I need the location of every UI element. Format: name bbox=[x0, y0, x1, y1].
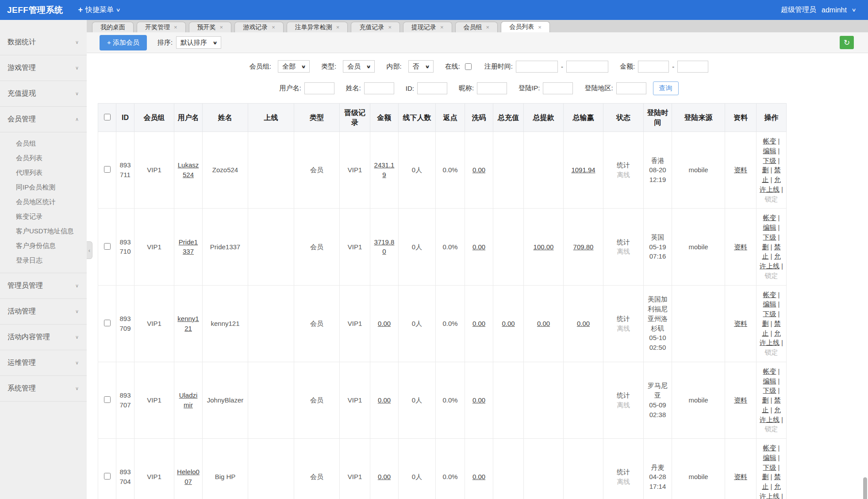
withdraw-link[interactable]: 0.00 bbox=[537, 320, 550, 327]
close-icon[interactable]: × bbox=[440, 24, 444, 30]
op-link-1[interactable]: 编辑 bbox=[763, 454, 776, 461]
op-link-2[interactable]: 下级 bbox=[763, 233, 776, 241]
wash-link[interactable]: 0.00 bbox=[472, 166, 485, 174]
tab-6[interactable]: 提现记录× bbox=[403, 22, 452, 32]
wash-link[interactable]: 0.00 bbox=[472, 243, 485, 251]
row-checkbox[interactable] bbox=[104, 396, 111, 403]
amount-link[interactable]: 2431.19 bbox=[374, 161, 395, 178]
ip-filter-input[interactable] bbox=[543, 82, 573, 94]
profile-link[interactable]: 资料 bbox=[734, 396, 747, 404]
profile-link[interactable]: 资料 bbox=[734, 166, 747, 174]
select-all-checkbox[interactable] bbox=[104, 114, 111, 120]
username-link[interactable]: Lukasz524 bbox=[178, 161, 199, 178]
sidebar-item-8[interactable]: 系统管理∨ bbox=[0, 376, 87, 402]
tab-4[interactable]: 注单异常检测× bbox=[287, 22, 348, 32]
username-filter-input[interactable] bbox=[304, 82, 334, 94]
amount-to-input[interactable] bbox=[677, 61, 708, 73]
sort-select[interactable]: 默认排序 ∨ bbox=[176, 36, 221, 49]
sidebar-item-1[interactable]: 游戏管理∨ bbox=[0, 55, 87, 81]
op-link-0[interactable]: 帐变 bbox=[763, 367, 776, 375]
username-link[interactable]: Pride1337 bbox=[179, 238, 198, 255]
area-filter-input[interactable] bbox=[616, 82, 646, 94]
sidebar-subitem[interactable]: 会员地区统计 bbox=[0, 194, 87, 209]
tab-1[interactable]: 开奖管理× bbox=[137, 22, 186, 32]
sidebar-item-0[interactable]: 数据统计∨ bbox=[0, 30, 87, 55]
tab-7[interactable]: 会员组× bbox=[455, 22, 498, 32]
online-filter-checkbox[interactable] bbox=[465, 63, 472, 70]
username-link[interactable]: kenny121 bbox=[177, 315, 199, 332]
user-menu[interactable]: 超级管理员 adminht ∨ bbox=[781, 5, 856, 15]
recharge-link[interactable]: 0.00 bbox=[502, 320, 515, 327]
op-link-3[interactable]: 删 bbox=[762, 396, 768, 404]
amount-link[interactable]: 0.00 bbox=[378, 320, 391, 327]
winloss-link[interactable]: 0.00 bbox=[577, 320, 590, 327]
sidebar-item-6[interactable]: 活动内容管理∨ bbox=[0, 325, 87, 350]
close-icon[interactable]: × bbox=[336, 24, 340, 30]
op-link-2[interactable]: 下级 bbox=[763, 310, 776, 317]
profile-link[interactable]: 资料 bbox=[734, 320, 747, 327]
sidebar-item-7[interactable]: 运维管理∨ bbox=[0, 350, 87, 376]
regtime-from-input[interactable] bbox=[516, 61, 558, 73]
sidebar-subitem[interactable]: 同IP会员检测 bbox=[0, 180, 87, 194]
tab-3[interactable]: 游戏记录× bbox=[234, 22, 284, 32]
op-link-1[interactable]: 编辑 bbox=[763, 377, 776, 385]
op-link-0[interactable]: 帐变 bbox=[763, 444, 776, 452]
op-link-1[interactable]: 编辑 bbox=[763, 224, 776, 231]
op-link-2[interactable]: 下级 bbox=[763, 387, 776, 394]
close-icon[interactable]: × bbox=[272, 24, 275, 30]
username-link[interactable]: Uladzimir bbox=[179, 391, 198, 409]
amount-from-input[interactable] bbox=[638, 61, 669, 73]
close-icon[interactable]: × bbox=[486, 24, 490, 30]
close-icon[interactable]: × bbox=[174, 24, 177, 30]
vertical-scrollbar-thumb[interactable] bbox=[863, 477, 867, 499]
op-link-3[interactable]: 删 bbox=[762, 243, 768, 251]
op-link-0[interactable]: 帐变 bbox=[763, 137, 776, 145]
id-filter-input[interactable] bbox=[417, 82, 447, 94]
wash-link[interactable]: 0.00 bbox=[472, 473, 485, 480]
tab-2[interactable]: 预开奖× bbox=[189, 22, 232, 32]
op-link-0[interactable]: 帐变 bbox=[763, 214, 776, 221]
group-filter-select[interactable]: 全部∨ bbox=[278, 60, 310, 73]
op-link-3[interactable]: 删 bbox=[762, 320, 768, 327]
sidebar-subitem[interactable]: 客户身份信息 bbox=[0, 238, 87, 253]
sidebar-collapse-handle[interactable]: ‹ bbox=[87, 241, 92, 259]
sidebar-subitem[interactable]: 会员组 bbox=[0, 136, 87, 151]
close-icon[interactable]: × bbox=[538, 24, 542, 30]
row-checkbox[interactable] bbox=[104, 473, 111, 480]
sidebar-item-2[interactable]: 充值提现∨ bbox=[0, 81, 87, 107]
tab-0[interactable]: 我的桌面 bbox=[92, 22, 134, 32]
query-button[interactable]: 查询 bbox=[653, 81, 679, 95]
amount-link[interactable]: 0.00 bbox=[378, 396, 391, 404]
close-icon[interactable]: × bbox=[220, 24, 223, 30]
op-link-1[interactable]: 编辑 bbox=[763, 147, 776, 155]
amount-link[interactable]: 0.00 bbox=[378, 473, 391, 480]
sidebar-subitem[interactable]: 账变记录 bbox=[0, 209, 87, 224]
sidebar-item-4[interactable]: 管理员管理∨ bbox=[0, 273, 87, 299]
row-checkbox[interactable] bbox=[104, 243, 111, 250]
refresh-button[interactable]: ↻ bbox=[840, 36, 854, 49]
withdraw-link[interactable]: 100.00 bbox=[534, 243, 554, 251]
sidebar-subitem[interactable]: 登录日志 bbox=[0, 253, 87, 267]
wash-link[interactable]: 0.00 bbox=[472, 396, 485, 404]
op-link-3[interactable]: 删 bbox=[762, 166, 768, 174]
username-link[interactable]: Helelo007 bbox=[177, 468, 200, 485]
internal-filter-select[interactable]: 否∨ bbox=[408, 60, 434, 73]
winloss-link[interactable]: 1091.94 bbox=[571, 166, 595, 174]
nick-filter-input[interactable] bbox=[477, 82, 507, 94]
op-link-1[interactable]: 编辑 bbox=[763, 300, 776, 308]
row-checkbox[interactable] bbox=[104, 166, 111, 173]
amount-link[interactable]: 3719.80 bbox=[374, 238, 395, 255]
quick-menu-button[interactable]: + 快捷菜单 ∨ bbox=[78, 5, 120, 15]
op-link-2[interactable]: 下级 bbox=[763, 464, 776, 471]
sidebar-item-3[interactable]: 会员管理∧ bbox=[0, 107, 87, 132]
close-icon[interactable]: × bbox=[388, 24, 392, 30]
winloss-link[interactable]: 709.80 bbox=[573, 243, 594, 251]
type-filter-select[interactable]: 会员∨ bbox=[343, 60, 375, 73]
regtime-to-input[interactable] bbox=[566, 61, 608, 73]
name-filter-input[interactable] bbox=[364, 82, 394, 94]
op-link-2[interactable]: 下级 bbox=[763, 157, 776, 164]
sidebar-subitem[interactable]: 代理列表 bbox=[0, 165, 87, 180]
tab-8[interactable]: 会员列表× bbox=[501, 21, 550, 32]
sidebar-subitem[interactable]: 客户USDT地址信息 bbox=[0, 224, 87, 238]
sidebar-subitem[interactable]: 会员列表 bbox=[0, 151, 87, 165]
